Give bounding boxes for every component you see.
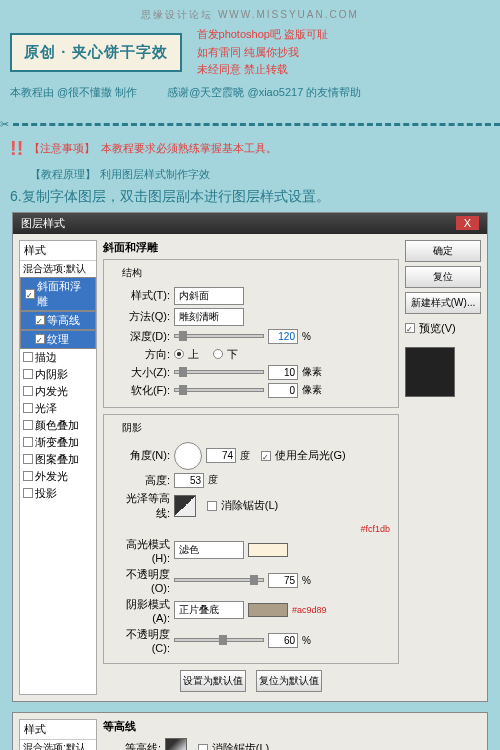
thanks-credit: 感谢@天空霞晓 @xiao5217 的友情帮助: [167, 85, 361, 100]
style-inner-glow[interactable]: 内发光: [20, 383, 96, 400]
radio-up[interactable]: [174, 349, 184, 359]
principle-label: 【教程原理】: [30, 168, 96, 180]
depth-slider[interactable]: [174, 334, 264, 338]
copyright-warnings: 首发photoshop吧 盗版可耻 如有雷同 纯属你抄我 未经同意 禁止转载: [197, 26, 328, 79]
author-credit: 本教程由 @很不懂撒 制作: [10, 85, 137, 100]
highlight-opacity-input[interactable]: 75: [268, 573, 298, 588]
structure-group: 结构: [118, 266, 146, 280]
divider-scissors: ✂: [0, 118, 500, 131]
shadow-hex: #ac9d89: [292, 605, 327, 615]
contour-dialog: 样式 混合选项:默认 斜面和浮雕 等高线 纹理 等高线 等高线: 消除锯齿(L)…: [12, 712, 488, 750]
principle-text: 利用图层样式制作字效: [100, 168, 210, 180]
shadow-opacity-input[interactable]: 60: [268, 633, 298, 648]
checkbox-icon[interactable]: [23, 369, 33, 379]
checkbox-icon[interactable]: [23, 437, 33, 447]
style-drop-shadow[interactable]: 投影: [20, 485, 96, 502]
highlight-opacity-slider[interactable]: [174, 578, 264, 582]
angle-input[interactable]: 74: [206, 448, 236, 463]
style-pattern-overlay[interactable]: 图案叠加: [20, 451, 96, 468]
size-slider[interactable]: [174, 370, 264, 374]
style-inner-shadow[interactable]: 内阴影: [20, 366, 96, 383]
tutorial-title: 原创 · 夹心饼干字效: [10, 33, 182, 72]
antialias-checkbox[interactable]: [198, 744, 208, 750]
soften-slider[interactable]: [174, 388, 264, 392]
checkbox-icon[interactable]: [23, 471, 33, 481]
cancel-button[interactable]: 复位: [405, 266, 481, 288]
style-satin[interactable]: 光泽: [20, 400, 96, 417]
dialog-title: 图层样式: [21, 216, 65, 231]
styles-header: 样式: [20, 720, 96, 740]
technique-select[interactable]: 雕刻清晰: [174, 308, 244, 326]
preview-checkbox[interactable]: [405, 323, 415, 333]
step-6-text: 6.复制字体图层，双击图层副本进行图层样式设置。: [10, 188, 490, 206]
watermark: 思缘设计论坛 WWW.MISSYUAN.COM: [10, 8, 490, 22]
shadow-opacity-slider[interactable]: [174, 638, 264, 642]
scissors-icon: ✂: [0, 118, 9, 131]
size-input[interactable]: 10: [268, 365, 298, 380]
checkbox-icon[interactable]: [25, 289, 35, 299]
style-color-overlay[interactable]: 颜色叠加: [20, 417, 96, 434]
panel-title: 斜面和浮雕: [103, 240, 399, 255]
highlight-color-swatch[interactable]: [248, 543, 288, 557]
altitude-input[interactable]: 53: [174, 473, 204, 488]
checkbox-icon[interactable]: [23, 454, 33, 464]
angle-dial[interactable]: [174, 442, 202, 470]
shadow-mode-select[interactable]: 正片叠底: [174, 601, 244, 619]
close-icon[interactable]: X: [456, 216, 479, 230]
style-outer-glow[interactable]: 外发光: [20, 468, 96, 485]
style-texture[interactable]: 纹理: [20, 330, 96, 349]
layer-style-dialog: 图层样式 X 样式 混合选项:默认 斜面和浮雕 等高线 纹理 描边 内阴影 内发…: [12, 212, 488, 702]
checkbox-icon[interactable]: [23, 352, 33, 362]
ok-button[interactable]: 确定: [405, 240, 481, 262]
gloss-contour-picker[interactable]: [174, 495, 196, 517]
panel-title: 等高线: [103, 719, 481, 734]
checkbox-icon[interactable]: [23, 386, 33, 396]
style-select[interactable]: 内斜面: [174, 287, 244, 305]
checkbox-icon[interactable]: [35, 334, 45, 344]
style-bevel[interactable]: 斜面和浮雕: [20, 277, 96, 311]
styles-header: 样式: [20, 241, 96, 261]
preview-thumbnail: [405, 347, 455, 397]
new-style-button[interactable]: 新建样式(W)...: [405, 292, 481, 314]
checkbox-icon[interactable]: [23, 403, 33, 413]
contour-picker[interactable]: [165, 738, 187, 750]
blend-options[interactable]: 混合选项:默认: [20, 740, 96, 750]
checkbox-icon[interactable]: [23, 488, 33, 498]
blend-options[interactable]: 混合选项:默认: [20, 261, 96, 277]
style-contour[interactable]: 等高线: [20, 311, 96, 330]
style-gradient-overlay[interactable]: 渐变叠加: [20, 434, 96, 451]
style-stroke[interactable]: 描边: [20, 349, 96, 366]
exclaim-icon: !!: [10, 137, 23, 160]
soften-input[interactable]: 0: [268, 383, 298, 398]
shading-group: 阴影: [118, 421, 146, 435]
radio-down[interactable]: [213, 349, 223, 359]
reset-default-button[interactable]: 复位为默认值: [256, 670, 322, 692]
antialias-checkbox[interactable]: [207, 501, 217, 511]
global-light-checkbox[interactable]: [261, 451, 271, 461]
notice-label: 【注意事项】: [29, 141, 95, 156]
highlight-hex: #fcf1db: [360, 524, 390, 534]
shadow-color-swatch[interactable]: [248, 603, 288, 617]
styles-list: 样式 混合选项:默认 斜面和浮雕 等高线 纹理 描边 内阴影 内发光 光泽 颜色…: [19, 240, 97, 695]
checkbox-icon[interactable]: [23, 420, 33, 430]
notice-text: 本教程要求必须熟练掌握基本工具。: [101, 141, 277, 156]
highlight-mode-select[interactable]: 滤色: [174, 541, 244, 559]
checkbox-icon[interactable]: [35, 315, 45, 325]
set-default-button[interactable]: 设置为默认值: [180, 670, 246, 692]
depth-input[interactable]: 120: [268, 329, 298, 344]
